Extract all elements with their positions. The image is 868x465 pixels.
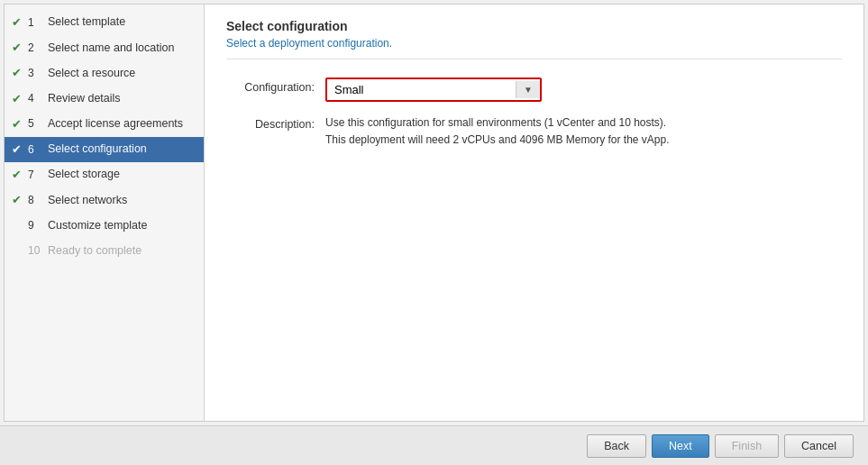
sidebar-item-5[interactable]: ✔5Accept license agreements [5, 112, 204, 137]
sidebar-item-label: Select template [48, 14, 195, 31]
check-icon: ✔ [12, 91, 26, 107]
sidebar-item-9[interactable]: 9Customize template [5, 214, 204, 239]
step-number: 7 [28, 168, 44, 183]
sidebar-item-2[interactable]: ✔2Select name and location [5, 35, 204, 60]
check-icon: ✔ [12, 192, 26, 208]
sidebar-item-label: Select a resource [48, 66, 195, 82]
dropdown-arrow-icon[interactable]: ▼ [516, 81, 540, 98]
sidebar-item-8[interactable]: ✔8Select networks [5, 187, 204, 213]
step-number: 3 [28, 66, 44, 81]
description-label: Description: [226, 114, 325, 131]
step-number: 1 [28, 15, 44, 31]
step-number: 9 [28, 218, 44, 233]
step-number: 5 [28, 116, 44, 132]
finish-button[interactable]: Finish [715, 434, 779, 458]
sidebar-item-label: Ready to complete [48, 243, 195, 260]
content-area: Select configuration Select a deployment… [205, 5, 863, 421]
configuration-select-wrapper: TinySmallMediumLargeX-LargeXX-Large ▼ [325, 78, 542, 102]
sidebar-item-3[interactable]: ✔3Select a resource [5, 60, 204, 86]
configuration-select[interactable]: TinySmallMediumLargeX-LargeXX-Large [327, 79, 516, 100]
sidebar-item-label: Accept license agreements [48, 116, 195, 132]
configuration-row: Configuration: TinySmallMediumLargeX-Lar… [226, 78, 842, 102]
check-icon: ✔ [12, 65, 26, 81]
sidebar-item-label: Select storage [48, 167, 195, 183]
check-icon: ✔ [12, 116, 26, 132]
main-window: ✔1Select template✔2Select name and locat… [4, 4, 864, 422]
check-icon: ✔ [12, 167, 26, 183]
placeholder-icon [12, 243, 26, 260]
page-subtitle: Select a deployment configuration. [226, 37, 842, 59]
sidebar-item-label: Select networks [48, 193, 195, 209]
sidebar-item-label: Customize template [48, 218, 195, 234]
step-number: 8 [28, 193, 44, 208]
sidebar-item-7[interactable]: ✔7Select storage [5, 162, 204, 187]
sidebar-item-1[interactable]: ✔1Select template [5, 10, 204, 35]
description-row: Description: Use this configuration for … [226, 114, 842, 149]
check-icon: ✔ [12, 40, 26, 56]
cancel-button[interactable]: Cancel [784, 434, 854, 458]
sidebar-item-6[interactable]: ✔6Select configuration [5, 137, 204, 162]
sidebar: ✔1Select template✔2Select name and locat… [5, 5, 205, 421]
footer: Back Next Finish Cancel [0, 425, 868, 465]
check-icon: ✔ [12, 14, 26, 31]
configuration-control-wrap: TinySmallMediumLargeX-LargeXX-Large ▼ [325, 78, 842, 102]
page-title: Select configuration [226, 19, 842, 33]
step-number: 4 [28, 91, 44, 106]
description-value: Use this configuration for small environ… [325, 114, 842, 149]
sidebar-item-label: Select name and location [48, 41, 195, 57]
check-icon: ✔ [12, 141, 26, 158]
configuration-label: Configuration: [226, 78, 325, 94]
sidebar-item-4[interactable]: ✔4Review details [5, 87, 204, 112]
sidebar-item-10: 10Ready to complete [5, 239, 204, 264]
sidebar-item-label: Select configuration [48, 141, 195, 158]
back-button[interactable]: Back [587, 434, 646, 458]
step-number: 6 [28, 142, 44, 158]
step-number: 10 [28, 243, 44, 259]
placeholder-icon [12, 218, 26, 234]
step-number: 2 [28, 41, 44, 56]
sidebar-item-label: Review details [48, 91, 195, 107]
next-button[interactable]: Next [652, 434, 709, 458]
description-text: Use this configuration for small environ… [325, 114, 776, 149]
